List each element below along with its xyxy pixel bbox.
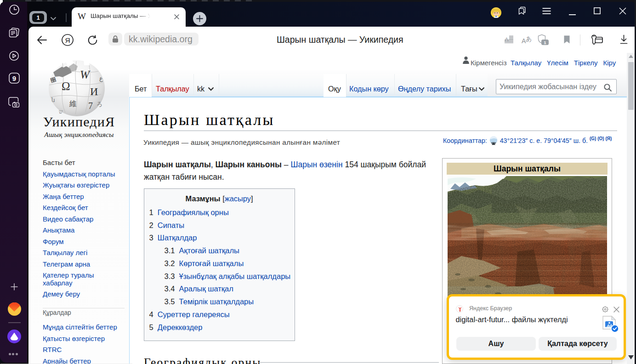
svg-text:W: W	[80, 68, 91, 81]
svg-text:9: 9	[12, 74, 16, 82]
svg-text:維: 維	[69, 100, 77, 108]
svg-text:И: И	[90, 85, 98, 97]
svg-text:Я: Я	[65, 36, 70, 44]
svg-text:ն: ն	[51, 97, 55, 103]
svg-text:1: 1	[544, 40, 546, 45]
svg-text:7: 7	[88, 101, 93, 111]
svg-text:Ω: Ω	[62, 80, 70, 92]
svg-text:あ: あ	[526, 35, 532, 42]
svg-text:ろ: ろ	[97, 101, 102, 108]
svg-text:ع: ع	[99, 75, 103, 82]
